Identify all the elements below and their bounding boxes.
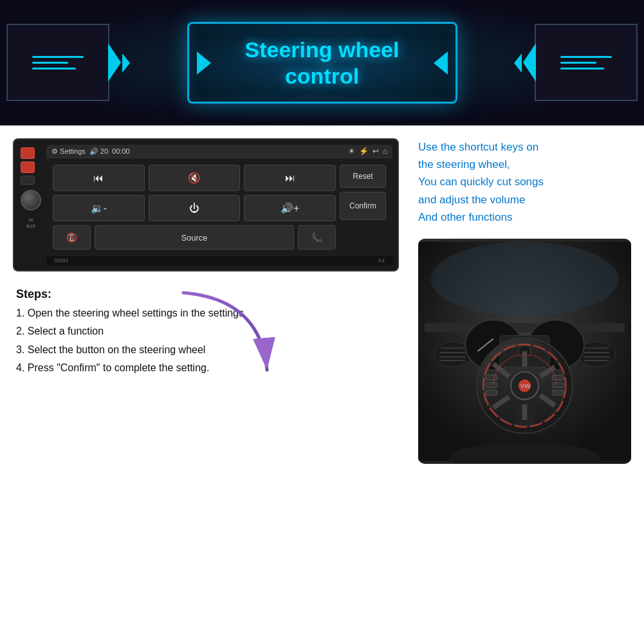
left-chevrons: [113, 53, 130, 73]
brightness-icon: ☀: [348, 147, 355, 156]
tech-lines-right: [560, 56, 612, 69]
tech-line: [560, 68, 604, 69]
home-icon[interactable]: ⌂: [383, 147, 387, 156]
source-label: Source: [181, 233, 207, 243]
volume-knob[interactable]: [21, 190, 41, 210]
step-4: 4. Press "Confirm" to complete the setti…: [16, 361, 396, 375]
step-3: 3. Select the button on the steering whe…: [16, 343, 396, 357]
vol-down-icon: 🔉-: [91, 202, 107, 214]
svg-rect-2: [425, 323, 625, 333]
right-tech-panel: [535, 24, 638, 101]
prev-button[interactable]: [21, 147, 35, 159]
source-button[interactable]: Source: [95, 225, 294, 250]
left-tech-panel: [6, 24, 109, 101]
car-interior-image: VW: [418, 239, 631, 464]
radio-unit: TF AUX ⚙ Settings 🔊 20 00:00 ☀ ⚡ ↩: [13, 138, 399, 271]
steps-section: Steps: 1. Open the steering wheel settin…: [13, 281, 399, 386]
call-end-button[interactable]: 📵: [53, 225, 91, 250]
tech-line: [560, 56, 612, 58]
radio-screen: ⚙ Settings 🔊 20 00:00 ☀ ⚡ ↩ ⌂ ⏮: [46, 145, 392, 265]
next-track-icon: ⏭: [285, 172, 295, 184]
tech-lines-left: [32, 56, 84, 69]
svg-rect-34: [486, 390, 497, 395]
reset-button[interactable]: Reset: [340, 165, 386, 188]
banner-title: Steering wheel control: [221, 37, 423, 89]
bottom-row: 📵 Source 📞: [53, 225, 336, 250]
call-end-icon: 📵: [66, 232, 77, 243]
radio-model: X4: [378, 257, 385, 264]
tech-line: [32, 68, 76, 69]
chevron-right-icon: [113, 53, 120, 73]
power-button[interactable]: ⏻: [149, 195, 241, 221]
radio-side-buttons: TF AUX: [19, 145, 42, 265]
action-buttons: Reset Confirm: [340, 165, 386, 221]
volume-label: 🔊 20: [89, 147, 108, 156]
top-banner: Steering wheel control: [0, 0, 644, 125]
call-answer-icon: 📞: [311, 232, 322, 243]
steps-title: Steps:: [16, 288, 396, 301]
confirm-button[interactable]: Confirm: [340, 192, 386, 220]
vol-down-button[interactable]: 🔉-: [53, 195, 145, 221]
prev-track-icon: ⏮: [93, 172, 104, 184]
chevron-right-icon: [122, 53, 130, 73]
svg-rect-35: [552, 375, 564, 380]
settings-label[interactable]: ⚙ Settings: [51, 147, 86, 156]
call-answer-button[interactable]: 📞: [298, 225, 336, 250]
power-icon: ⏻: [189, 203, 199, 214]
svg-rect-32: [486, 375, 497, 380]
bluetooth-icon: ⚡: [359, 147, 369, 156]
tech-line: [32, 56, 84, 58]
tech-line: [32, 62, 68, 64]
svg-rect-37: [552, 390, 564, 395]
tech-line: [560, 62, 596, 64]
main-content: TF AUX ⚙ Settings 🔊 20 00:00 ☀ ⚡ ↩: [0, 125, 644, 644]
svg-point-1: [430, 242, 618, 317]
controls-area: ⏮ 🔇 ⏭ Reset Confirm 🔉-: [46, 158, 392, 256]
right-section: Use the shortcut keys on the steering wh…: [412, 125, 644, 644]
title-box: Steering wheel control: [187, 22, 457, 104]
radio-bottom-bar: SWM X4: [46, 256, 392, 265]
vol-up-button[interactable]: 🔊+: [244, 195, 336, 221]
play-icon: [197, 51, 211, 75]
left-decoration: [0, 0, 129, 125]
step-2: 2. Select a function: [16, 324, 396, 338]
left-section: TF AUX ⚙ Settings 🔊 20 00:00 ☀ ⚡ ↩: [0, 125, 412, 644]
aux-label: AUX: [21, 224, 41, 228]
rewind-icon: [434, 51, 448, 75]
next-button[interactable]: [21, 161, 35, 173]
steering-wheel-scene: VW: [418, 239, 631, 464]
status-bar-left: ⚙ Settings 🔊 20 00:00: [51, 147, 130, 156]
mute-icon: 🔇: [188, 172, 201, 184]
prev-track-button[interactable]: ⏮: [53, 165, 145, 191]
time-display: 00:00: [112, 147, 130, 155]
right-decoration: [515, 0, 644, 125]
tf-label: TF: [21, 218, 41, 223]
back-icon[interactable]: ↩: [373, 147, 379, 156]
mode-button[interactable]: [21, 176, 35, 185]
shortcut-description: Use the shortcut keys on the steering wh…: [418, 138, 631, 226]
radio-brand: SWM: [54, 257, 68, 264]
step-1: 1. Open the steering wheel settings in t…: [16, 306, 396, 320]
status-bar: ⚙ Settings 🔊 20 00:00 ☀ ⚡ ↩ ⌂: [46, 145, 392, 158]
vol-up-icon: 🔊+: [281, 202, 299, 214]
next-track-button[interactable]: ⏭: [244, 165, 336, 191]
mute-button[interactable]: 🔇: [149, 165, 241, 191]
svg-text:VW: VW: [520, 382, 531, 389]
status-bar-right: ☀ ⚡ ↩ ⌂: [348, 147, 387, 156]
svg-rect-33: [486, 383, 497, 388]
slot-labels: TF AUX: [21, 218, 41, 228]
svg-rect-36: [552, 383, 564, 388]
